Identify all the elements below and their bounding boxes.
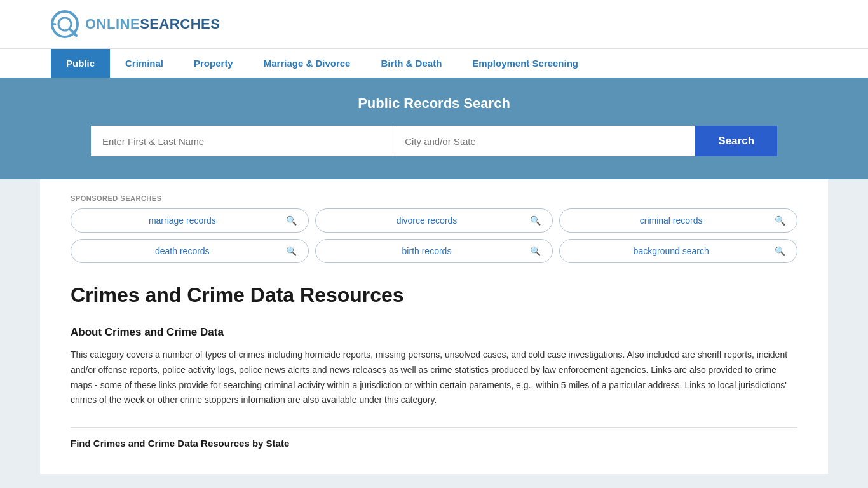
find-by-state-title: Find Crimes and Crime Data Resources by …	[71, 438, 797, 449]
sponsored-item-divorce-records-label: divorce records	[327, 215, 527, 226]
main-content: SPONSORED SEARCHES marriage records 🔍 di…	[40, 179, 828, 474]
logo-online: ONLINE	[85, 16, 140, 32]
nav-item-criminal[interactable]: Criminal	[110, 49, 179, 78]
search-icon-marriage: 🔍	[286, 215, 297, 226]
search-banner: Public Records Search Search	[0, 78, 868, 179]
sponsored-item-background-search-label: background search	[571, 246, 771, 256]
nav-item-property[interactable]: Property	[179, 49, 248, 78]
nav-item-birth-death[interactable]: Birth & Death	[365, 49, 457, 78]
search-button[interactable]: Search	[695, 126, 777, 156]
logo-icon	[51, 10, 79, 38]
name-search-input[interactable]	[91, 126, 393, 156]
sponsored-item-birth-records-label: birth records	[327, 246, 527, 256]
about-title: About Crimes and Crime Data	[71, 326, 797, 339]
find-by-state-section: Find Crimes and Crime Data Resources by …	[71, 427, 797, 449]
page-title: Crimes and Crime Data Resources	[71, 283, 797, 307]
search-icon-birth: 🔍	[530, 246, 541, 256]
city-search-input[interactable]	[393, 126, 695, 156]
sponsored-item-death-records-label: death records	[83, 246, 282, 256]
about-text: This category covers a number of types o…	[71, 348, 797, 408]
nav-item-public[interactable]: Public	[51, 49, 110, 78]
logo: ONLINESEARCHES	[51, 10, 220, 38]
sponsored-item-criminal-records[interactable]: criminal records 🔍	[559, 208, 797, 233]
sponsored-item-criminal-records-label: criminal records	[571, 215, 771, 226]
search-icon-divorce: 🔍	[530, 215, 541, 226]
sponsored-item-birth-records[interactable]: birth records 🔍	[315, 239, 553, 263]
search-form: Search	[91, 126, 777, 156]
sponsored-item-background-search[interactable]: background search 🔍	[559, 239, 797, 263]
logo-text: ONLINESEARCHES	[85, 16, 220, 32]
nav-item-employment[interactable]: Employment Screening	[457, 49, 593, 78]
main-nav: Public Criminal Property Marriage & Divo…	[0, 48, 868, 78]
sponsored-item-divorce-records[interactable]: divorce records 🔍	[315, 208, 553, 233]
search-icon-criminal: 🔍	[775, 215, 785, 226]
search-banner-title: Public Records Search	[51, 95, 817, 112]
sponsored-grid: marriage records 🔍 divorce records 🔍 cri…	[71, 208, 797, 263]
nav-item-marriage-divorce[interactable]: Marriage & Divorce	[248, 49, 366, 78]
search-icon-death: 🔍	[286, 246, 297, 256]
search-icon-background: 🔍	[775, 246, 785, 256]
sponsored-item-marriage-records[interactable]: marriage records 🔍	[71, 208, 309, 233]
sponsored-item-marriage-records-label: marriage records	[83, 215, 282, 226]
sponsored-label: SPONSORED SEARCHES	[71, 194, 797, 202]
logo-searches: SEARCHES	[140, 16, 220, 32]
sponsored-item-death-records[interactable]: death records 🔍	[71, 239, 309, 263]
